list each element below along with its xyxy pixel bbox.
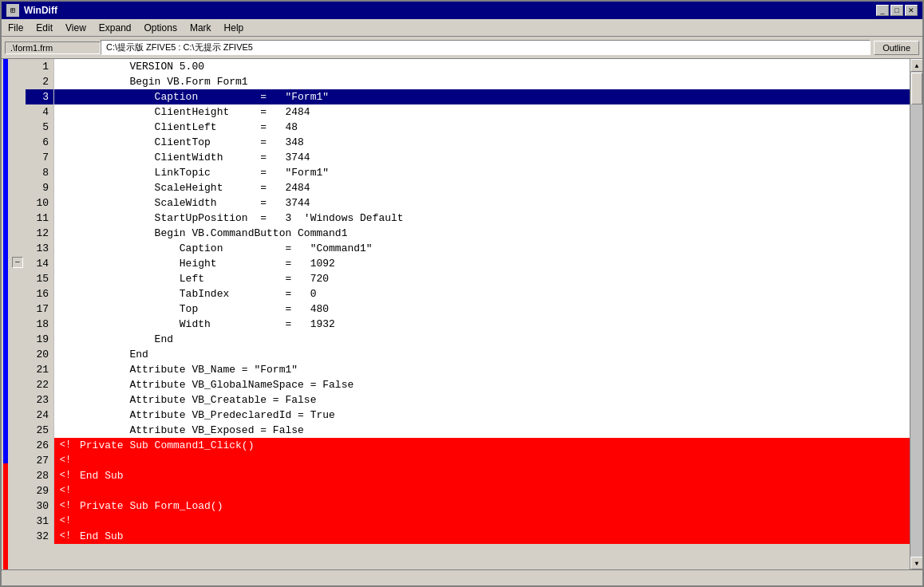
line-number: 14: [26, 256, 54, 271]
line-content: End: [77, 347, 910, 362]
line-number: 22: [26, 377, 54, 392]
table-row: 32<!End Sub: [26, 529, 910, 544]
line-marker: [54, 104, 77, 120]
line-marker: [54, 317, 77, 332]
menu-mark[interactable]: Mark: [184, 21, 218, 34]
menu-edit[interactable]: Edit: [30, 21, 59, 34]
table-row: 5 ClientLeft = 48: [26, 120, 910, 135]
line-number: 29: [26, 483, 54, 498]
vertical-scrollbar[interactable]: ▲ ▼: [910, 59, 922, 569]
line-content: End Sub: [77, 529, 910, 544]
line-content: ScaleHeight = 2484: [77, 180, 910, 195]
line-number: 11: [26, 211, 54, 226]
table-row: 30<!Private Sub Form_Load(): [26, 498, 910, 514]
line-number: 5: [26, 120, 54, 135]
line-marker: [54, 256, 77, 271]
table-row: 6 ClientTop = 348: [26, 135, 910, 150]
window-title: WinDiff: [24, 5, 57, 16]
line-marker: [54, 150, 77, 165]
line-number: 19: [26, 332, 54, 347]
line-marker: [54, 423, 77, 438]
inner-panel: ─: [11, 59, 26, 569]
line-marker: <!: [54, 438, 77, 453]
scroll-down-button[interactable]: ▼: [910, 557, 922, 569]
line-number: 23: [26, 392, 54, 408]
line-marker: [54, 195, 77, 211]
left-bar-area: [2, 59, 11, 569]
table-row: 19 End: [26, 332, 910, 347]
line-marker: [54, 271, 77, 286]
minimize-button[interactable]: _: [876, 5, 889, 16]
title-bar-left: ⊞ WinDiff: [6, 4, 57, 17]
line-content: End Sub: [77, 468, 910, 483]
line-content: StartUpPosition = 3 'Windows Default: [77, 211, 910, 226]
line-number: 18: [26, 317, 54, 332]
menu-file[interactable]: File: [2, 21, 30, 34]
scrollbar-track[interactable]: [910, 72, 922, 557]
line-content: ClientTop = 348: [77, 135, 910, 150]
toolbar: .\form1.frm C:\提示版 ZFIVE5 : C:\无提示 ZFIVE…: [2, 37, 922, 59]
outline-button[interactable]: Outline: [874, 41, 919, 55]
line-number: 28: [26, 468, 54, 483]
table-row: 7 ClientWidth = 3744: [26, 150, 910, 165]
table-row: 14 Height = 1092: [26, 256, 910, 271]
line-content: Attribute VB_GlobalNameSpace = False: [77, 377, 910, 392]
line-content: Height = 1092: [77, 256, 910, 271]
table-row: 22 Attribute VB_GlobalNameSpace = False: [26, 377, 910, 392]
line-marker: <!: [54, 483, 77, 498]
line-marker: <!: [54, 453, 77, 468]
line-marker: [54, 74, 77, 89]
line-number: 16: [26, 286, 54, 301]
line-marker: [54, 332, 77, 347]
line-number: 12: [26, 226, 54, 241]
line-number: 30: [26, 498, 54, 514]
line-content: VERSION 5.00: [77, 59, 910, 74]
line-number: 27: [26, 453, 54, 468]
line-content: Private Sub Form_Load(): [77, 498, 910, 514]
line-content: LinkTopic = "Form1": [77, 165, 910, 180]
app-icon: ⊞: [6, 4, 19, 17]
menu-options[interactable]: Options: [138, 21, 184, 34]
table-row: 1 VERSION 5.00: [26, 59, 910, 74]
line-marker: <!: [54, 468, 77, 483]
menu-expand[interactable]: Expand: [93, 21, 138, 34]
line-number: 17: [26, 301, 54, 317]
table-row: 29<!: [26, 483, 910, 498]
menu-view[interactable]: View: [59, 21, 93, 34]
menu-bar: File Edit View Expand Options Mark Help: [2, 19, 922, 37]
path-label: C:\提示版 ZFIVE5 : C:\无提示 ZFIVE5: [101, 40, 871, 55]
windiff-window: ⊞ WinDiff _ □ ✕ File Edit View Expand Op…: [0, 0, 924, 587]
menu-help[interactable]: Help: [218, 21, 251, 34]
line-content: Attribute VB_Creatable = False: [77, 392, 910, 408]
collapse-toggle-button[interactable]: ─: [12, 257, 23, 268]
line-content: Caption = "Form1": [77, 89, 910, 104]
maximize-button[interactable]: □: [890, 5, 903, 16]
status-bar: [2, 569, 922, 585]
line-marker: <!: [54, 529, 77, 544]
line-marker: [54, 89, 77, 104]
line-marker: [54, 59, 77, 74]
line-number: 3: [26, 89, 54, 104]
line-content: [77, 514, 910, 529]
table-row: 20 End: [26, 347, 910, 362]
blue-indicator-bar: [3, 59, 8, 463]
line-marker: [54, 241, 77, 256]
main-content: ─ 1 VERSION 5.002 Begin VB.Form Form13 C…: [2, 59, 922, 569]
line-marker: [54, 180, 77, 195]
line-content: [77, 483, 910, 498]
line-number: 10: [26, 195, 54, 211]
table-row: 17 Top = 480: [26, 301, 910, 317]
line-marker: [54, 120, 77, 135]
line-marker: [54, 135, 77, 150]
red-indicator-bar: [3, 463, 8, 569]
close-button[interactable]: ✕: [905, 5, 918, 16]
table-row: 3 Caption = "Form1": [26, 89, 910, 104]
table-row: 16 TabIndex = 0: [26, 286, 910, 301]
line-marker: [54, 377, 77, 392]
scrollbar-thumb[interactable]: [911, 73, 922, 104]
line-content: ClientWidth = 3744: [77, 150, 910, 165]
table-row: 26<!Private Sub Command1_Click(): [26, 438, 910, 453]
scroll-up-button[interactable]: ▲: [910, 59, 922, 72]
line-number: 26: [26, 438, 54, 453]
line-number: 13: [26, 241, 54, 256]
